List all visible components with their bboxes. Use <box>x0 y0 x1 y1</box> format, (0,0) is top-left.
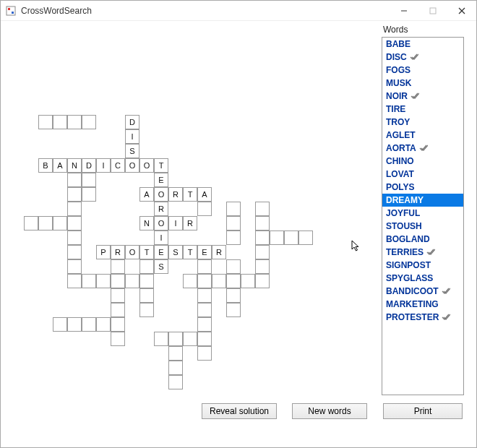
grid-cell[interactable]: O <box>154 216 168 231</box>
grid-cell[interactable]: D <box>125 115 139 129</box>
grid-cell[interactable]: T <box>183 245 197 259</box>
grid-cell[interactable] <box>111 317 125 332</box>
new-words-button[interactable]: New words <box>292 403 367 419</box>
minimize-button[interactable] <box>390 1 418 20</box>
grid-cell[interactable] <box>24 216 38 231</box>
grid-cell[interactable]: S <box>154 259 168 274</box>
word-item[interactable]: SPYGLASS <box>382 272 463 285</box>
grid-cell[interactable]: P <box>96 245 111 259</box>
grid-cell[interactable]: O <box>125 158 139 173</box>
grid-cell[interactable] <box>212 274 226 288</box>
word-item[interactable]: DREAMY <box>382 194 463 207</box>
grid-cell[interactable]: D <box>82 158 96 173</box>
grid-cell[interactable] <box>168 346 183 361</box>
word-item[interactable]: MARKETING <box>382 298 463 311</box>
grid-cell[interactable]: R <box>154 202 168 216</box>
word-item[interactable]: BABE <box>382 38 463 51</box>
grid-cell[interactable] <box>197 274 212 288</box>
word-item[interactable]: LOVAT <box>382 168 463 181</box>
grid-cell[interactable] <box>255 202 270 216</box>
grid-cell[interactable] <box>197 346 212 361</box>
word-item[interactable]: AORTA <box>382 142 463 155</box>
grid-cell[interactable] <box>226 231 241 245</box>
grid-cell[interactable] <box>255 259 270 274</box>
grid-cell[interactable] <box>255 274 270 288</box>
word-item[interactable]: SIGNPOST <box>382 259 463 272</box>
grid-cell[interactable]: O <box>154 187 168 202</box>
grid-cell[interactable] <box>67 187 82 202</box>
grid-cell[interactable] <box>226 259 241 274</box>
grid-cell[interactable] <box>154 332 168 346</box>
grid-cell[interactable] <box>284 231 298 245</box>
grid-cell[interactable] <box>96 317 111 332</box>
word-item[interactable]: FOGS <box>382 64 463 77</box>
grid-cell[interactable] <box>255 245 270 259</box>
grid-cell[interactable] <box>82 317 96 332</box>
word-item[interactable]: NOIR <box>382 90 463 103</box>
grid-cell[interactable] <box>125 274 139 288</box>
grid-cell[interactable] <box>67 173 82 187</box>
print-button[interactable]: Print <box>383 403 463 419</box>
grid-cell[interactable]: A <box>197 187 212 202</box>
close-button[interactable] <box>447 1 476 20</box>
word-item[interactable]: MUSK <box>382 77 463 90</box>
grid-cell[interactable] <box>139 303 154 317</box>
grid-cell[interactable]: O <box>125 245 139 259</box>
grid-cell[interactable] <box>241 274 255 288</box>
reveal-solution-button[interactable]: Reveal solution <box>202 403 277 419</box>
grid-cell[interactable] <box>183 332 197 346</box>
word-item[interactable]: TERRIES <box>382 246 463 259</box>
grid-cell[interactable] <box>67 317 82 332</box>
grid-cell[interactable] <box>67 115 82 129</box>
grid-cell[interactable] <box>197 202 212 216</box>
grid-cell[interactable] <box>168 332 183 346</box>
grid-cell[interactable]: I <box>125 129 139 144</box>
grid-cell[interactable]: R <box>111 245 125 259</box>
grid-cell[interactable] <box>82 173 96 187</box>
word-item[interactable]: DISC <box>382 51 463 64</box>
grid-cell[interactable] <box>226 202 241 216</box>
grid-cell[interactable]: I <box>96 158 111 173</box>
grid-cell[interactable] <box>226 303 241 317</box>
grid-cell[interactable]: R <box>168 187 183 202</box>
grid-cell[interactable]: I <box>154 231 168 245</box>
grid-cell[interactable] <box>111 303 125 317</box>
grid-cell[interactable] <box>38 115 53 129</box>
grid-cell[interactable] <box>53 115 67 129</box>
grid-cell[interactable] <box>67 202 82 216</box>
grid-cell[interactable] <box>82 274 96 288</box>
grid-cell[interactable] <box>67 245 82 259</box>
grid-cell[interactable] <box>226 216 241 231</box>
grid-cell[interactable]: N <box>139 216 154 231</box>
grid-cell[interactable] <box>111 288 125 303</box>
grid-cell[interactable] <box>183 274 197 288</box>
grid-cell[interactable] <box>226 288 241 303</box>
grid-cell[interactable] <box>67 274 82 288</box>
word-item[interactable]: STOUSH <box>382 220 463 233</box>
grid-cell[interactable] <box>168 375 183 389</box>
word-item[interactable]: BANDICOOT <box>382 285 463 298</box>
grid-cell[interactable] <box>139 259 154 274</box>
grid-cell[interactable] <box>226 274 241 288</box>
grid-cell[interactable]: T <box>139 245 154 259</box>
grid-cell[interactable]: I <box>168 216 183 231</box>
grid-cell[interactable]: T <box>154 158 168 173</box>
grid-cell[interactable] <box>111 332 125 346</box>
word-item[interactable]: JOYFUL <box>382 207 463 220</box>
grid-cell[interactable] <box>53 317 67 332</box>
grid-cell[interactable]: A <box>139 187 154 202</box>
grid-cell[interactable]: T <box>183 187 197 202</box>
grid-cell[interactable]: E <box>197 245 212 259</box>
grid-cell[interactable] <box>197 259 212 274</box>
grid-cell[interactable] <box>96 274 111 288</box>
grid-cell[interactable] <box>197 332 212 346</box>
word-item[interactable]: TIRE <box>382 103 463 116</box>
word-item[interactable]: CHINO <box>382 155 463 168</box>
grid-cell[interactable]: N <box>67 158 82 173</box>
grid-cell[interactable] <box>111 259 125 274</box>
grid-cell[interactable] <box>82 187 96 202</box>
grid-cell[interactable] <box>197 303 212 317</box>
grid-cell[interactable]: S <box>125 144 139 158</box>
word-item[interactable]: AGLET <box>382 129 463 142</box>
grid-cell[interactable] <box>197 288 212 303</box>
